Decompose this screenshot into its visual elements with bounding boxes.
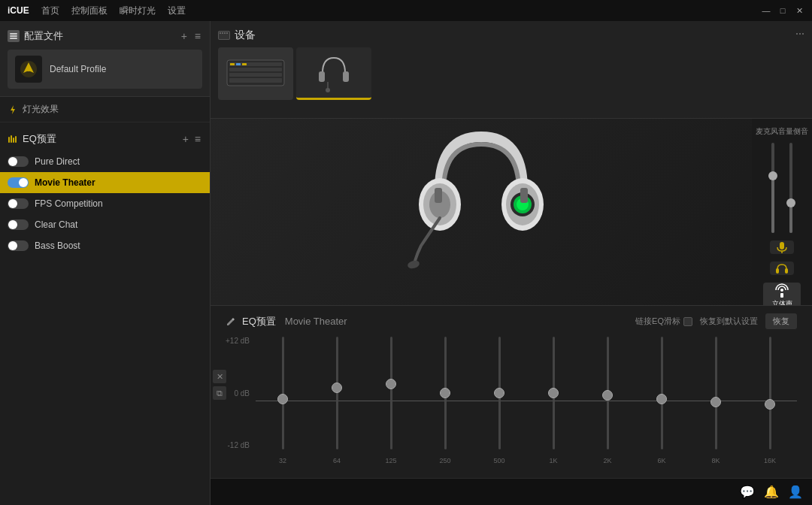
toggle-movie-theater[interactable] bbox=[8, 177, 29, 188]
headset-display bbox=[211, 119, 752, 305]
eq-handle-250[interactable] bbox=[440, 388, 450, 398]
eq-header-left: EQ预置 bbox=[8, 132, 56, 146]
eq-track-2k[interactable] bbox=[607, 337, 609, 449]
preset-item-fps-competition[interactable]: FPS Competition bbox=[0, 193, 210, 214]
device-thumb-headset[interactable] bbox=[296, 47, 371, 100]
surround-button[interactable]: 立体声 bbox=[763, 283, 801, 305]
eq-band-32: 32 bbox=[256, 337, 310, 464]
svg-rect-20 bbox=[229, 78, 282, 83]
minimize-button[interactable]: — bbox=[761, 5, 771, 16]
eq-track-16k[interactable] bbox=[769, 337, 771, 449]
eq-menu-button[interactable]: ≡ bbox=[193, 132, 202, 147]
keyboard-thumbnail bbox=[226, 54, 286, 92]
eq-handle-2k[interactable] bbox=[602, 390, 613, 401]
eq-handle-6k[interactable] bbox=[656, 394, 667, 404]
eq-track-125[interactable] bbox=[390, 337, 392, 449]
eq-handle-64[interactable] bbox=[332, 383, 342, 393]
side-tone-track[interactable] bbox=[789, 143, 792, 233]
notifications-icon[interactable]: 🔔 bbox=[764, 485, 779, 499]
eq-band-8k: 8K bbox=[689, 337, 743, 464]
toggle-clear-chat[interactable] bbox=[8, 219, 29, 230]
toggle-knob bbox=[19, 178, 28, 187]
eq-freq-500: 500 bbox=[493, 457, 504, 464]
mic-volume-handle[interactable] bbox=[768, 171, 777, 180]
mic-button[interactable] bbox=[770, 240, 794, 254]
svg-rect-44 bbox=[780, 293, 783, 298]
profile-menu-button[interactable]: ≡ bbox=[193, 29, 202, 44]
preset-item-clear-chat[interactable]: Clear Chat bbox=[0, 214, 210, 235]
eq-track-6k[interactable] bbox=[661, 337, 663, 449]
eq-track-8k[interactable] bbox=[715, 337, 717, 449]
eq-panel-title: EQ预置 Movie Theater bbox=[226, 315, 347, 328]
eq-handle-500[interactable] bbox=[494, 388, 504, 398]
preset-label-pure-direct: Pure Direct bbox=[35, 156, 80, 167]
eq-track-1k[interactable] bbox=[553, 337, 555, 449]
nav-instant-lighting[interactable]: 瞬时灯光 bbox=[120, 5, 156, 17]
device-bar-menu-button[interactable]: ⋯ bbox=[795, 29, 804, 39]
eq-freq-1k: 1K bbox=[549, 457, 557, 464]
lighting-section: 灯光效果 bbox=[0, 97, 210, 122]
preset-label-bass-boost: Bass Boost bbox=[35, 240, 80, 251]
toggle-knob bbox=[8, 157, 17, 166]
side-tone-handle[interactable] bbox=[786, 198, 795, 207]
nav-home[interactable]: 首页 bbox=[41, 5, 59, 17]
toggle-fps-competition[interactable] bbox=[8, 198, 29, 209]
eq-track-32[interactable] bbox=[282, 337, 284, 449]
surround-label: 立体声 bbox=[772, 299, 792, 305]
eq-section: EQ预置 + ≡ Pure Direct Movie Theater bbox=[0, 122, 210, 505]
mic-volume-track[interactable] bbox=[771, 143, 774, 233]
svg-rect-18 bbox=[229, 68, 282, 71]
preset-item-pure-direct[interactable]: Pure Direct bbox=[0, 151, 210, 172]
eq-freq-250: 250 bbox=[439, 457, 450, 464]
toggle-knob bbox=[8, 220, 17, 229]
toggle-bass-boost[interactable] bbox=[8, 240, 29, 251]
eq-track-500[interactable] bbox=[498, 337, 501, 449]
device-thumb-keyboard[interactable] bbox=[218, 47, 293, 100]
link-eq-checkbox[interactable] bbox=[683, 317, 692, 326]
maximize-button[interactable]: □ bbox=[777, 5, 788, 16]
svg-rect-1 bbox=[10, 35, 17, 37]
eq-handle-8k[interactable] bbox=[710, 397, 721, 407]
copy-button[interactable]: ⧉ bbox=[213, 386, 226, 400]
db-zero-label: 0 dB bbox=[226, 389, 250, 398]
chat-icon[interactable]: 💬 bbox=[740, 485, 755, 499]
account-icon[interactable]: 👤 bbox=[788, 485, 803, 499]
main-layout: 配置文件 + ≡ Default Profile bbox=[0, 21, 812, 505]
lightning-icon bbox=[8, 104, 18, 115]
side-tone-fill bbox=[789, 206, 792, 233]
toggle-pure-direct[interactable] bbox=[8, 156, 29, 167]
edit-icon bbox=[226, 316, 236, 327]
eq-handle-1k[interactable] bbox=[548, 388, 559, 398]
nav-control-panel[interactable]: 控制面板 bbox=[71, 5, 108, 17]
headphone-button[interactable] bbox=[770, 262, 794, 275]
eq-freq-64: 64 bbox=[333, 457, 341, 464]
nav-settings[interactable]: 设置 bbox=[168, 5, 186, 17]
eq-panel-controls: 链接EQ滑标 恢复到默认设置 恢复 bbox=[635, 313, 797, 329]
svg-point-27 bbox=[326, 88, 330, 92]
eq-handle-16k[interactable] bbox=[765, 399, 775, 410]
eq-track-64[interactable] bbox=[336, 337, 338, 449]
svg-rect-38 bbox=[520, 188, 528, 203]
lighting-header: 灯光效果 bbox=[8, 103, 202, 116]
add-profile-button[interactable]: + bbox=[180, 29, 189, 44]
device-bar: 设备 ⋯ bbox=[211, 21, 812, 119]
profile-card[interactable]: Default Profile bbox=[8, 50, 202, 89]
preset-item-bass-boost[interactable]: Bass Boost bbox=[0, 235, 210, 256]
eq-handle-32[interactable] bbox=[277, 394, 288, 404]
eq-handle-125[interactable] bbox=[386, 379, 396, 389]
sidebar: 配置文件 + ≡ Default Profile bbox=[0, 21, 211, 505]
profile-section-title: 配置文件 bbox=[24, 29, 63, 43]
preset-label-movie-theater: Movie Theater bbox=[35, 177, 95, 188]
profile-logo bbox=[15, 56, 42, 83]
eq-header: EQ预置 + ≡ bbox=[0, 127, 210, 151]
svg-point-4 bbox=[26, 67, 31, 71]
preset-item-movie-theater[interactable]: Movie Theater bbox=[0, 172, 210, 193]
svg-point-36 bbox=[407, 259, 420, 270]
close-button[interactable]: ✕ bbox=[794, 5, 804, 16]
add-eq-button[interactable]: + bbox=[181, 132, 190, 147]
restore-button[interactable]: 恢复 bbox=[765, 313, 797, 329]
delete-button[interactable]: ✕ bbox=[213, 370, 226, 383]
link-eq-container: 链接EQ滑标 bbox=[635, 316, 692, 327]
eq-track-250[interactable] bbox=[444, 337, 447, 449]
eq-panel-section-title: EQ预置 bbox=[242, 315, 276, 328]
